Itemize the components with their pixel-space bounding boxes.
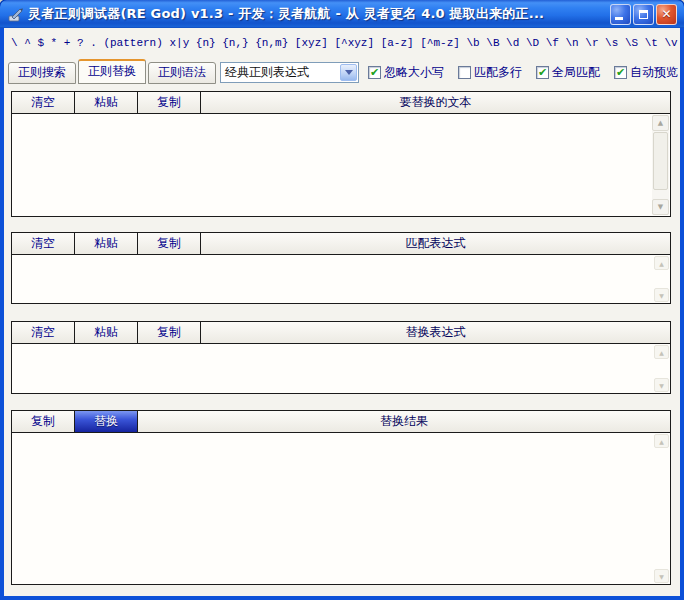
client-area: \ ^ $ * + ? . (pattern) x|y {n} {n,} {n,… xyxy=(4,28,680,596)
tab-regex-search[interactable]: 正则搜索 xyxy=(8,62,76,84)
scroll-up-icon: ▲ xyxy=(659,260,664,267)
regex-flavor-select[interactable]: 经典正则表达式 xyxy=(220,62,359,83)
checkbox-icon xyxy=(458,66,471,79)
scroll-up-button[interactable]: ▲ xyxy=(652,115,669,131)
checkbox-icon xyxy=(368,66,381,79)
option-label: 全局匹配 xyxy=(552,64,600,81)
close-button[interactable]: ✕ xyxy=(656,4,677,25)
scroll-up-icon: ▲ xyxy=(659,349,664,356)
scroll-down-button[interactable]: ▼ xyxy=(654,569,669,583)
regex-hints-text: \ ^ $ * + ? . (pattern) x|y {n} {n,} {n,… xyxy=(11,37,680,49)
copy-button[interactable]: 复制 xyxy=(138,322,201,343)
scroll-down-icon: ▼ xyxy=(659,292,664,299)
paste-button[interactable]: 粘贴 xyxy=(75,322,138,343)
scroll-down-button[interactable]: ▼ xyxy=(654,378,669,392)
panel-header: 复制 替换 替换结果 xyxy=(12,411,670,433)
scroll-down-button[interactable]: ▼ xyxy=(652,199,669,215)
option-group: 忽略大小写 匹配多行 全局匹配 自动预览 xyxy=(368,64,678,81)
close-icon: ✕ xyxy=(661,8,671,20)
clear-button[interactable]: 清空 xyxy=(12,92,75,113)
app-icon xyxy=(7,6,24,23)
scrollbar[interactable]: ▲ ▼ xyxy=(652,115,669,215)
panel-body: ▲ ▼ xyxy=(12,114,670,216)
window-controls: ✕ xyxy=(610,4,677,25)
scroll-down-icon: ▼ xyxy=(658,203,663,211)
option-label: 匹配多行 xyxy=(474,64,522,81)
panel-header: 清空 粘贴 复制 替换表达式 xyxy=(12,322,670,344)
panel-replace-result: 复制 替换 替换结果 ▲ ▼ xyxy=(11,410,671,585)
scrollbar[interactable]: ▲ ▼ xyxy=(654,345,669,392)
tab-regex-replace[interactable]: 正则替换 xyxy=(78,59,146,84)
checkbox-global-match[interactable]: 全局匹配 xyxy=(536,64,600,81)
checkbox-ignore-case[interactable]: 忽略大小写 xyxy=(368,64,444,81)
flavor-select-value: 经典正则表达式 xyxy=(221,64,339,81)
chevron-down-icon[interactable] xyxy=(340,64,357,81)
minimize-icon xyxy=(615,17,623,20)
copy-button[interactable]: 复制 xyxy=(138,233,201,254)
scrollbar[interactable]: ▲ ▼ xyxy=(654,256,669,302)
option-label: 自动预览 xyxy=(630,64,678,81)
checkbox-icon xyxy=(614,66,627,79)
source-textarea[interactable] xyxy=(12,114,670,216)
panel-replacement-expression: 清空 粘贴 复制 替换表达式 ▲ ▼ xyxy=(11,321,671,394)
scroll-thumb[interactable] xyxy=(653,132,668,190)
copy-button[interactable]: 复制 xyxy=(138,92,201,113)
scroll-up-button[interactable]: ▲ xyxy=(654,256,669,270)
panel-match-expression: 清空 粘贴 复制 匹配表达式 ▲ ▼ xyxy=(11,232,671,304)
panel-title: 替换表达式 xyxy=(201,322,670,343)
maximize-button[interactable] xyxy=(633,4,654,25)
scroll-up-icon: ▲ xyxy=(658,119,663,127)
scroll-up-icon: ▲ xyxy=(659,438,664,445)
scrollbar[interactable]: ▲ ▼ xyxy=(654,434,669,583)
result-textarea[interactable] xyxy=(12,433,670,584)
panel-title: 替换结果 xyxy=(138,411,670,432)
checkbox-icon xyxy=(536,66,549,79)
tab-regex-syntax[interactable]: 正则语法 xyxy=(148,62,216,84)
paste-button[interactable]: 粘贴 xyxy=(75,92,138,113)
clear-button[interactable]: 清空 xyxy=(12,233,75,254)
option-label: 忽略大小写 xyxy=(384,64,444,81)
panel-header: 清空 粘贴 复制 匹配表达式 xyxy=(12,233,670,255)
tab-bar: 正则搜索 正则替换 正则语法 经典正则表达式 忽略大小写 匹配多行 全局匹配 xyxy=(8,59,678,86)
paste-button[interactable]: 粘贴 xyxy=(75,233,138,254)
panel-body: ▲ ▼ xyxy=(12,344,670,393)
regex-hints-toolbar: \ ^ $ * + ? . (pattern) x|y {n} {n,} {n,… xyxy=(6,30,678,56)
clear-button[interactable]: 清空 xyxy=(12,322,75,343)
checkbox-auto-preview[interactable]: 自动预览 xyxy=(614,64,678,81)
panel-title: 要替换的文本 xyxy=(201,92,670,113)
pattern-textarea[interactable] xyxy=(12,255,670,303)
checkbox-multiline[interactable]: 匹配多行 xyxy=(458,64,522,81)
maximize-icon xyxy=(639,10,648,19)
scroll-up-button[interactable]: ▲ xyxy=(654,345,669,359)
panel-source-text: 清空 粘贴 复制 要替换的文本 ▲ ▼ xyxy=(11,91,671,217)
copy-button[interactable]: 复制 xyxy=(12,411,75,432)
window-title: 灵者正则调试器(RE God) v1.3 - 开发：灵者航航 - 从 灵者更名 … xyxy=(28,5,610,23)
window-titlebar: 灵者正则调试器(RE God) v1.3 - 开发：灵者航航 - 从 灵者更名 … xyxy=(0,0,684,28)
scroll-down-icon: ▼ xyxy=(659,573,664,580)
scroll-down-button[interactable]: ▼ xyxy=(654,288,669,302)
panel-title: 匹配表达式 xyxy=(201,233,670,254)
replacement-textarea[interactable] xyxy=(12,344,670,393)
app-window: 灵者正则调试器(RE God) v1.3 - 开发：灵者航航 - 从 灵者更名 … xyxy=(0,0,684,600)
panel-body: ▲ ▼ xyxy=(12,433,670,584)
replace-button[interactable]: 替换 xyxy=(75,411,138,432)
panel-header: 清空 粘贴 复制 要替换的文本 xyxy=(12,92,670,114)
scroll-down-icon: ▼ xyxy=(659,382,664,389)
minimize-button[interactable] xyxy=(610,4,631,25)
panel-body: ▲ ▼ xyxy=(12,255,670,303)
scroll-up-button[interactable]: ▲ xyxy=(654,434,669,448)
